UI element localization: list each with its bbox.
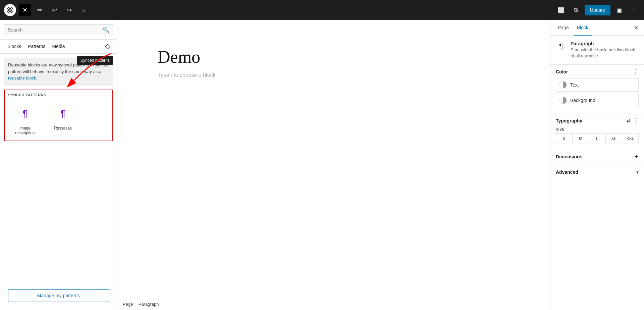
- typography-header: Typography ⇄ ⋮: [556, 117, 639, 124]
- block-name: Paragraph: [571, 41, 639, 46]
- color-more-button[interactable]: ⋮: [633, 69, 639, 75]
- menu-button[interactable]: ≡: [78, 4, 90, 16]
- breadcrumb-chevron-icon: ›: [135, 302, 136, 307]
- dimensions-add-button[interactable]: +: [634, 152, 639, 161]
- typography-tune-icon[interactable]: ⇄: [626, 117, 631, 124]
- update-button[interactable]: Update: [585, 5, 610, 15]
- block-info: ¶ Paragraph Start with the basic buildin…: [550, 36, 644, 65]
- info-banner-text: Reusable blocks are now synced patterns.…: [8, 62, 109, 81]
- pattern-item-ressasas[interactable]: ¶ Ressasas: [45, 101, 80, 138]
- breadcrumb-page[interactable]: Page: [123, 302, 133, 307]
- size-xxl-button[interactable]: XXL: [622, 134, 638, 144]
- block-details: Paragraph Start with the basic building …: [571, 41, 639, 59]
- advanced-title: Advanced: [556, 169, 578, 175]
- external-link-button[interactable]: ⧉: [570, 4, 582, 16]
- right-sidebar-header: Page Block ✕: [550, 20, 644, 36]
- dimensions-header: Dimensions +: [556, 152, 639, 161]
- size-buttons: S M L XL XXL: [556, 133, 639, 144]
- sidebar-close-button[interactable]: ✕: [632, 23, 640, 33]
- pattern-name-2: Ressasas: [54, 126, 72, 131]
- background-color-option[interactable]: Background: [556, 94, 639, 107]
- sidebar-footer: Manage my patterns: [0, 285, 117, 310]
- tab-page[interactable]: Page: [554, 20, 572, 36]
- pattern-name-1: imagedescription: [15, 126, 35, 135]
- pattern-icon-2: ¶: [53, 104, 73, 124]
- size-l-button[interactable]: L: [589, 134, 605, 144]
- sidebar-spacer: [0, 141, 117, 285]
- typography-more-button[interactable]: ⋮: [633, 117, 639, 124]
- size-xl-button[interactable]: XL: [606, 134, 622, 144]
- reusable-block-link[interactable]: reusable block: [8, 75, 36, 81]
- tab-block[interactable]: Block: [574, 20, 592, 36]
- top-toolbar: W ✕ ✏ ↩ ↪ ≡ ⬜ ⧉ Update ▣ ⋮: [0, 0, 644, 20]
- main-content: Demo Type / to choose a block: [117, 20, 550, 310]
- editor-area[interactable]: Demo Type / to choose a block: [117, 20, 550, 310]
- size-s-button[interactable]: S: [556, 134, 573, 144]
- typography-title: Typography: [556, 118, 582, 123]
- color-section-header: Color ⋮: [556, 69, 639, 75]
- synced-patterns-label: SYNCED PATTERNS: [5, 90, 112, 98]
- patterns-grid: ¶ imagedescription ¶ Ressasas: [5, 98, 112, 141]
- breadcrumb-paragraph: Paragraph: [139, 302, 159, 307]
- sidebar-toggle-button[interactable]: ▣: [613, 4, 625, 16]
- breadcrumb: Page › Paragraph: [117, 298, 527, 310]
- size-label: SIZE: [556, 127, 639, 131]
- edit-icon-button[interactable]: ✏: [34, 4, 46, 16]
- pattern-item-image-description[interactable]: ¶ imagedescription: [7, 101, 43, 138]
- redo-button[interactable]: ↪: [63, 4, 75, 16]
- undo-button[interactable]: ↩: [48, 4, 60, 16]
- preview-button[interactable]: ⬜: [555, 4, 567, 16]
- background-color-label: Background: [570, 98, 595, 103]
- text-color-circle: [559, 81, 567, 89]
- typography-section: Typography ⇄ ⋮ SIZE S M L XL XXL: [550, 113, 644, 148]
- main-layout: 🔍 Blocks Patterns Media Synced patterns: [0, 20, 644, 310]
- pattern-icon-1: ¶: [15, 104, 35, 124]
- more-options-button[interactable]: ⋮: [628, 4, 640, 16]
- close-button[interactable]: ✕: [19, 4, 31, 16]
- synced-patterns-section: SYNCED PATTERNS ¶ imagedescription ¶ Res…: [4, 90, 113, 141]
- synced-patterns-icon-button[interactable]: Synced patterns: [102, 41, 113, 52]
- background-color-circle: [559, 97, 567, 104]
- search-input[interactable]: [8, 27, 103, 33]
- wp-logo: W: [4, 4, 16, 16]
- tab-media[interactable]: Media: [49, 40, 68, 54]
- tab-blocks[interactable]: Blocks: [4, 40, 24, 54]
- manage-patterns-button[interactable]: Manage my patterns: [8, 289, 109, 302]
- advanced-section: Advanced ▾: [550, 165, 644, 179]
- page-title: Demo: [158, 47, 510, 67]
- color-section: Color ⋮ Text Background: [550, 65, 644, 113]
- tab-patterns[interactable]: Patterns: [24, 40, 49, 54]
- dimensions-section: Dimensions +: [550, 148, 644, 165]
- text-color-option[interactable]: Text: [556, 78, 639, 92]
- page-placeholder: Type / to choose a block: [158, 72, 510, 78]
- svg-text:W: W: [9, 9, 12, 12]
- advanced-chevron-icon: ▾: [636, 169, 639, 175]
- search-area: 🔍: [0, 20, 117, 40]
- paragraph-icon: ¶: [556, 41, 567, 52]
- size-m-button[interactable]: M: [573, 134, 589, 144]
- text-color-label: Text: [570, 82, 579, 88]
- toolbar-right: ⬜ ⧉ Update ▣ ⋮: [555, 4, 640, 16]
- nav-tabs: Blocks Patterns Media Synced patterns: [0, 40, 117, 54]
- search-icon: 🔍: [103, 27, 109, 33]
- right-sidebar: Page Block ✕ ¶ Paragraph Start with the …: [550, 20, 644, 310]
- advanced-header[interactable]: Advanced ▾: [556, 169, 639, 175]
- typography-controls: ⇄ ⋮: [626, 117, 639, 124]
- synced-patterns-tooltip: Synced patterns: [77, 56, 113, 65]
- dimensions-title: Dimensions: [556, 154, 582, 159]
- search-wrapper[interactable]: 🔍: [4, 24, 113, 35]
- left-sidebar: 🔍 Blocks Patterns Media Synced patterns: [0, 20, 117, 310]
- block-description: Start with the basic building block of a…: [571, 47, 639, 59]
- color-section-title: Color: [556, 69, 568, 74]
